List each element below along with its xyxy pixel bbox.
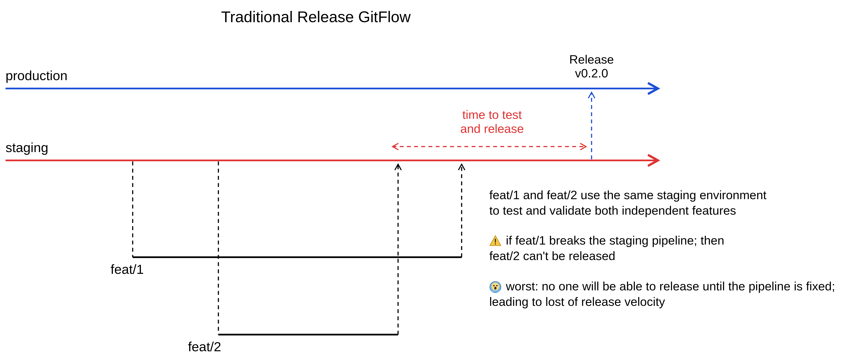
note-p1-line1: feat/1 and feat/2 use the same staging e… bbox=[489, 188, 767, 202]
svg-point-5 bbox=[496, 285, 498, 286]
feat2-label: feat/2 bbox=[188, 339, 221, 354]
svg-point-4 bbox=[493, 285, 495, 286]
time-to-test-label-line2: and release bbox=[460, 122, 524, 135]
release-label-line2: v0.2.0 bbox=[575, 66, 608, 80]
note-p2-line2: feat/2 can't be released bbox=[489, 249, 615, 263]
diagram-title: Traditional Release GitFlow bbox=[221, 8, 411, 26]
scream-icon bbox=[490, 282, 501, 293]
time-to-test-label-line1: time to test bbox=[462, 108, 522, 121]
staging-label: staging bbox=[5, 140, 48, 155]
production-label: production bbox=[5, 68, 67, 83]
release-label-line1: Release bbox=[569, 53, 614, 66]
note-p2-line1: if feat/1 breaks the staging pipeline; t… bbox=[506, 233, 724, 247]
notes-block: feat/1 and feat/2 use the same staging e… bbox=[489, 188, 835, 308]
note-p1-line2: to test and validate both independent fe… bbox=[489, 204, 736, 217]
feat1-label: feat/1 bbox=[111, 262, 144, 276]
svg-rect-0 bbox=[495, 239, 496, 243]
note-p3-line2: leading to lost of release velocity bbox=[489, 295, 665, 308]
svg-rect-1 bbox=[495, 243, 496, 244]
warning-icon bbox=[490, 236, 501, 245]
gitflow-diagram: Traditional Release GitFlow production R… bbox=[0, 0, 868, 354]
svg-point-6 bbox=[494, 287, 497, 290]
note-p3-line1: worst: no one will be able to release un… bbox=[506, 279, 835, 293]
